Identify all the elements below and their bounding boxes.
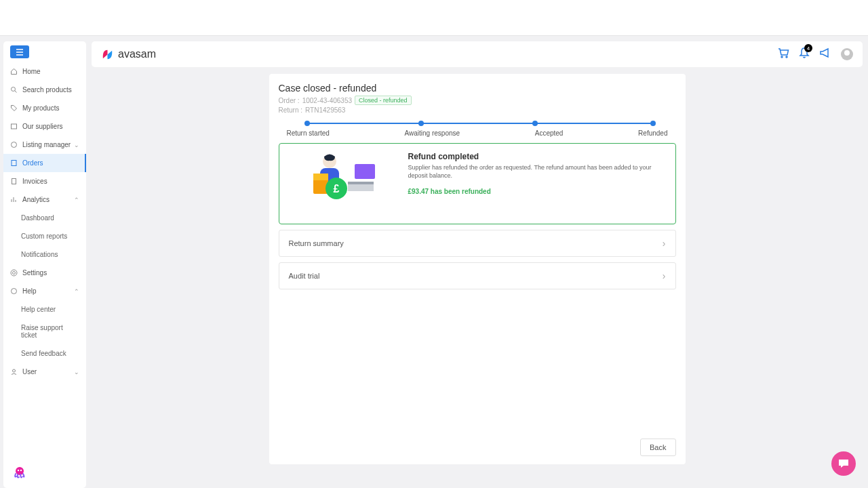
back-button[interactable]: Back <box>640 439 675 456</box>
document-icon <box>10 178 18 185</box>
refund-title: Refund completed <box>408 152 665 161</box>
svg-line-4 <box>15 91 17 93</box>
sidebar-item-suppliers[interactable]: Our suppliers <box>3 117 86 136</box>
sidebar-item-search[interactable]: Search products <box>3 81 86 99</box>
svg-point-3 <box>12 87 16 92</box>
svg-point-6 <box>12 142 17 148</box>
progress-tracker: Return started Awaiting response Accepte… <box>279 123 676 137</box>
cart-icon[interactable] <box>777 47 789 62</box>
sidebar-sub-notifications[interactable]: Notifications <box>3 245 86 264</box>
order-number: 1002-43-406353 <box>302 97 352 104</box>
chevron-up-icon: ⌃ <box>74 197 79 203</box>
sidebar-item-orders[interactable]: Orders <box>3 154 86 172</box>
announce-icon[interactable] <box>819 47 831 61</box>
svg-rect-22 <box>348 184 374 191</box>
chevron-up-icon: ⌃ <box>74 288 79 295</box>
refund-description: Supplier has refunded the order as reque… <box>408 164 665 180</box>
sidebar-sub-dashboard[interactable]: Dashboard <box>3 209 86 227</box>
audit-trial-accordion[interactable]: Audit trial <box>279 262 676 289</box>
sidebar-label: Listing manager <box>22 141 71 148</box>
return-number: RTN1429563 <box>305 106 345 114</box>
sidebar-label: Help <box>22 287 37 295</box>
sidebar-item-invoices[interactable]: Invoices <box>3 172 86 190</box>
chevron-down-icon: ⌄ <box>74 369 79 375</box>
chart-icon <box>10 196 18 203</box>
svg-text:£: £ <box>333 183 339 195</box>
step-label: Return started <box>287 129 330 137</box>
sidebar-item-myproducts[interactable]: My products <box>3 99 86 117</box>
notification-badge: 4 <box>804 44 812 52</box>
sidebar-item-listing[interactable]: Listing manager⌄ <box>3 136 86 154</box>
svg-point-17 <box>18 470 19 471</box>
package-icon <box>10 123 18 130</box>
svg-point-14 <box>12 289 17 294</box>
help-icon <box>10 287 18 295</box>
mascot-icon[interactable] <box>12 465 28 481</box>
svg-rect-5 <box>12 124 17 129</box>
svg-rect-21 <box>355 164 375 179</box>
refund-illustration: £ <box>290 152 392 216</box>
step-label: Refunded <box>638 129 667 137</box>
sidebar-item-settings[interactable]: Settings <box>3 264 86 282</box>
sidebar-sub-custom-reports[interactable]: Custom reports <box>3 227 86 245</box>
svg-point-20 <box>786 56 787 58</box>
sidebar-item-user[interactable]: User⌄ <box>3 363 86 381</box>
chat-fab[interactable] <box>831 451 856 476</box>
return-summary-accordion[interactable]: Return summary <box>279 230 676 257</box>
svg-rect-8 <box>12 179 16 184</box>
sidebar-item-analytics[interactable]: Analytics⌃ <box>3 190 86 209</box>
search-icon <box>10 86 18 94</box>
step-label: Awaiting response <box>405 129 460 137</box>
sidebar-item-home[interactable]: Home <box>3 62 86 81</box>
sidebar-label: User <box>22 368 37 375</box>
sidebar-label: Settings <box>22 269 47 277</box>
svg-point-13 <box>11 270 17 276</box>
progress-dot <box>650 121 656 126</box>
svg-rect-23 <box>348 182 374 184</box>
return-label: Return : <box>279 106 303 114</box>
sidebar-label: My products <box>22 104 59 112</box>
tag-icon <box>10 104 18 112</box>
step-label: Accepted <box>535 129 564 137</box>
sidebar-item-help[interactable]: Help⌃ <box>3 282 86 300</box>
header: avasam 4 <box>92 41 863 67</box>
chevron-down-icon: ⌄ <box>74 142 79 148</box>
browser-chrome <box>0 0 868 36</box>
progress-dot <box>304 121 310 126</box>
svg-rect-27 <box>313 174 328 180</box>
home-icon <box>10 68 18 75</box>
logo[interactable]: avasam <box>101 48 156 61</box>
case-title: Case closed - refunded <box>279 83 676 94</box>
bell-icon[interactable]: 4 <box>799 47 810 62</box>
sidebar-label: Orders <box>22 159 43 167</box>
progress-dot <box>532 121 538 126</box>
sidebar-sub-help-center[interactable]: Help center <box>3 300 86 319</box>
logo-icon <box>101 48 114 61</box>
status-badge: Closed - refunded <box>355 96 412 105</box>
brand-text: avasam <box>118 48 156 60</box>
sidebar-label: Search products <box>22 86 72 94</box>
refund-amount: £93.47 has been refunded <box>408 188 665 195</box>
svg-point-18 <box>20 470 22 471</box>
sidebar-label: Invoices <box>22 178 47 185</box>
order-label: Order : <box>279 97 300 104</box>
svg-rect-7 <box>12 161 16 166</box>
clipboard-icon <box>10 159 18 167</box>
svg-point-19 <box>781 56 783 58</box>
case-card: Case closed - refunded Order : 1002-43-4… <box>269 74 686 464</box>
sidebar-label: Analytics <box>22 196 50 203</box>
sidebar-label: Our suppliers <box>22 123 62 130</box>
refund-panel: £ Refund completed Supplier has refunded… <box>279 143 676 224</box>
svg-point-12 <box>13 272 16 274</box>
gear-icon <box>10 269 18 277</box>
sidebar-sub-ticket[interactable]: Raise support ticket <box>3 319 86 344</box>
sidebar-sub-feedback[interactable]: Send feedback <box>3 344 86 363</box>
svg-point-15 <box>13 369 16 372</box>
globe-icon <box>10 141 18 148</box>
menu-toggle-button[interactable] <box>10 45 29 58</box>
progress-dot <box>418 121 424 126</box>
avatar-icon[interactable] <box>841 48 853 60</box>
sidebar: Home Search products My products Our sup… <box>3 41 86 488</box>
sidebar-label: Home <box>22 68 41 75</box>
user-icon <box>10 368 18 375</box>
